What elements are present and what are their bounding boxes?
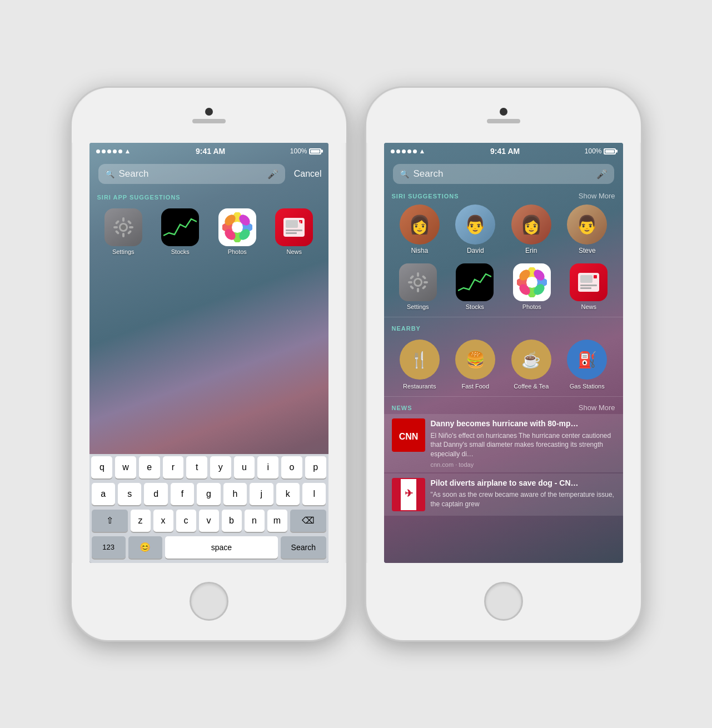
signal-dots-right	[391, 149, 417, 153]
key-a[interactable]: a	[92, 483, 115, 505]
app-photos-left[interactable]: Photos	[211, 208, 264, 255]
cancel-button-left[interactable]: Cancel	[291, 164, 325, 183]
key-l[interactable]: l	[302, 483, 326, 505]
news-icon-svg-right	[574, 267, 604, 297]
svg-rect-30	[424, 281, 428, 283]
app-label-news-right: News	[581, 303, 596, 310]
key-d[interactable]: d	[144, 483, 167, 505]
mic-icon-left[interactable]: 🎤	[267, 169, 278, 179]
key-t[interactable]: t	[186, 456, 207, 478]
key-search[interactable]: Search	[281, 536, 326, 559]
key-y[interactable]: y	[210, 456, 231, 478]
nearby-restaurants[interactable]: 🍴 Restaurants	[400, 340, 440, 390]
search-bar-left[interactable]: 🔍 Search 🎤	[98, 164, 285, 184]
key-z[interactable]: z	[131, 510, 151, 532]
nearby-fastfood[interactable]: 🍔 Fast Food	[455, 340, 495, 390]
home-button-left[interactable]	[190, 582, 228, 621]
right-screen-content: ▲ 9:41 AM 100% 🔍	[384, 143, 623, 562]
svg-rect-32	[422, 275, 426, 280]
photos-flower-svg-left	[222, 212, 252, 242]
app-label-photos-right: Photos	[522, 303, 541, 310]
svg-point-43	[526, 277, 537, 288]
key-delete[interactable]: ⌫	[290, 510, 326, 532]
rdot5	[413, 149, 417, 153]
speaker-left	[192, 119, 226, 123]
nearby-coffee[interactable]: ☕ Coffee & Tea	[511, 340, 551, 390]
keyboard-row-1: q w e r t y u i o p	[89, 454, 328, 481]
key-c[interactable]: c	[176, 510, 196, 532]
key-emoji[interactable]: 😊	[128, 536, 162, 559]
avatar-erin: 👩	[511, 205, 551, 245]
siri-show-more-right[interactable]: Show More	[579, 192, 615, 200]
svg-point-18	[232, 222, 243, 233]
svg-rect-31	[410, 275, 414, 280]
key-i[interactable]: i	[257, 456, 278, 478]
app-label-stocks-left: Stocks	[171, 248, 190, 255]
key-u[interactable]: u	[234, 456, 255, 478]
nearby-gas[interactable]: ⛽ Gas Stations	[567, 340, 607, 390]
camera-right	[500, 108, 507, 116]
search-icon-right: 🔍	[400, 169, 409, 178]
app-stocks-left[interactable]: Stocks	[154, 208, 207, 255]
key-o[interactable]: o	[281, 456, 302, 478]
key-e[interactable]: e	[139, 456, 160, 478]
status-left-left: ▲	[96, 147, 131, 155]
key-k[interactable]: k	[276, 483, 300, 505]
stocks-chart-svg-left	[163, 213, 197, 241]
key-f[interactable]: f	[171, 483, 194, 505]
contact-erin[interactable]: 👩 Erin	[511, 205, 551, 255]
battery-icon-right	[604, 148, 616, 154]
app-photos-right[interactable]: Photos	[506, 263, 559, 310]
keyboard-row-3: ⇧ z x c v b n m ⌫	[89, 507, 328, 534]
key-s[interactable]: s	[118, 483, 141, 505]
keyboard-row-4: 123 😊 space Search	[89, 534, 328, 563]
stocks-chart-svg-right	[458, 268, 491, 296]
app-news-left[interactable]: N News	[268, 208, 321, 255]
news-show-more[interactable]: Show More	[579, 403, 615, 412]
svg-rect-5	[129, 226, 133, 228]
key-w[interactable]: w	[115, 456, 136, 478]
app-grid-left: Settings Stocks	[89, 204, 328, 260]
key-b[interactable]: b	[222, 510, 242, 532]
home-button-right[interactable]	[484, 582, 523, 621]
settings-icon-right	[399, 263, 437, 301]
svg-point-26	[415, 280, 421, 285]
key-x[interactable]: x	[153, 510, 173, 532]
contact-steve[interactable]: 👨 Steve	[567, 205, 607, 255]
app-stocks-right[interactable]: Stocks	[449, 263, 501, 310]
mic-icon-right[interactable]: 🎤	[596, 169, 608, 179]
battery-pct-left: 100%	[290, 147, 307, 155]
key-123[interactable]: 123	[92, 536, 126, 559]
keyboard-row-2: a s d f g h j k l	[89, 481, 328, 507]
status-left-right: ▲	[391, 147, 426, 155]
app-news-right[interactable]: News	[562, 263, 615, 310]
key-v[interactable]: v	[199, 510, 219, 532]
key-g[interactable]: g	[197, 483, 220, 505]
right-phone: ▲ 9:41 AM 100% 🔍	[365, 86, 643, 642]
news-content-1: Danny becomes hurricane with 80-mp… El N…	[431, 418, 615, 468]
contact-david[interactable]: 👨 David	[455, 205, 495, 255]
dot2	[102, 149, 106, 153]
key-n[interactable]: n	[245, 510, 265, 532]
key-r[interactable]: r	[163, 456, 184, 478]
nearby-label-coffee: Coffee & Tea	[514, 383, 549, 390]
key-m[interactable]: m	[267, 510, 287, 532]
search-row-right: 🔍 Search 🎤	[384, 159, 623, 188]
time-right: 9:41 AM	[490, 147, 520, 156]
cnn-logo: CNN	[393, 420, 424, 451]
battery-fill-left	[311, 150, 320, 153]
key-q[interactable]: q	[91, 456, 112, 478]
key-p[interactable]: p	[305, 456, 326, 478]
key-shift[interactable]: ⇧	[92, 510, 128, 532]
keyboard-left: q w e r t y u i o p a	[89, 454, 328, 563]
key-space[interactable]: space	[165, 536, 278, 559]
key-h[interactable]: h	[223, 483, 247, 505]
contact-nisha[interactable]: 👩 Nisha	[400, 205, 440, 255]
search-bar-right[interactable]: 🔍 Search 🎤	[393, 164, 614, 184]
app-settings-right[interactable]: Settings	[392, 263, 445, 310]
app-settings-left[interactable]: Settings	[97, 208, 150, 255]
key-j[interactable]: j	[250, 483, 273, 505]
news-item-1[interactable]: CNN Danny becomes hurricane with 80-mp… …	[384, 414, 623, 472]
news-item-2[interactable]: ✈ Pilot diverts airplane to save dog - C…	[384, 473, 623, 516]
svg-rect-4	[113, 226, 118, 228]
